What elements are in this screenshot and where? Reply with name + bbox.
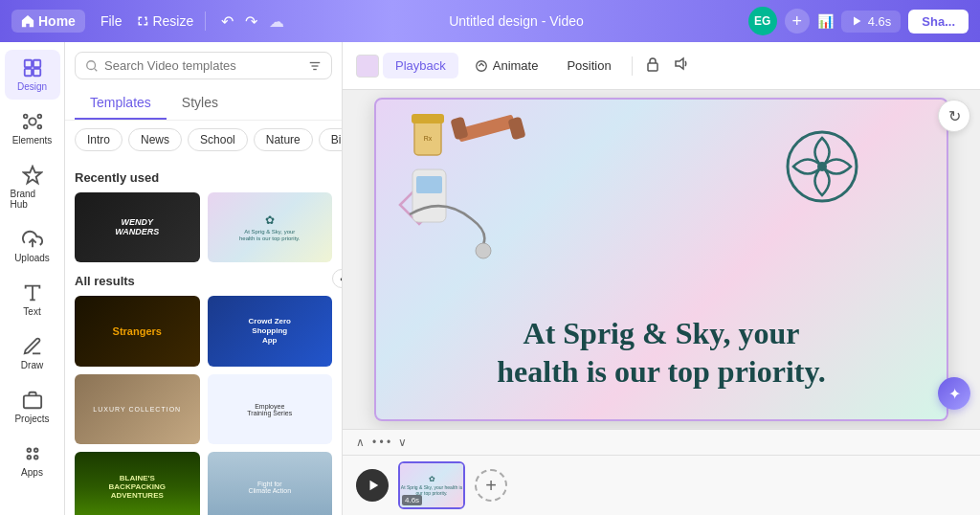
redo-button[interactable]: ↷ <box>241 9 261 34</box>
svg-point-44 <box>476 243 491 258</box>
wendy-play-icon[interactable] <box>78 239 98 258</box>
search-icon <box>85 59 99 73</box>
template-crowd[interactable]: Crowd ZeroShoppingApp <box>208 296 333 366</box>
timeline-add-button[interactable]: + <box>475 469 507 502</box>
pill-birth[interactable]: Birth <box>319 128 342 151</box>
template-luxury[interactable]: LUXURY COLLECTION <box>75 374 200 444</box>
volume-icon-button[interactable] <box>669 52 694 80</box>
timeline-arrow-down[interactable]: ∨ <box>398 436 407 449</box>
animate-icon <box>475 59 488 73</box>
tab-styles[interactable]: Styles <box>167 87 234 120</box>
svg-point-18 <box>33 456 37 459</box>
resize-button[interactable]: Resize <box>137 13 193 29</box>
file-menu[interactable]: File <box>93 10 130 33</box>
sidebar-item-design[interactable]: Design <box>5 50 60 100</box>
sidebar-item-draw[interactable]: Draw <box>5 328 60 378</box>
preview-play-button[interactable]: 4.6s <box>841 11 902 33</box>
crowd-play-icon[interactable] <box>212 344 231 363</box>
pill-school[interactable]: School <box>188 128 248 151</box>
svg-rect-3 <box>24 69 31 76</box>
svg-rect-14 <box>23 395 40 408</box>
template-fight[interactable]: Fight forClimate Action <box>208 452 333 515</box>
lock-icon-button[interactable] <box>640 52 665 80</box>
background-color-swatch[interactable] <box>356 55 379 78</box>
sidebar-item-brand-hub[interactable]: Brand Hub <box>5 157 60 217</box>
template-strangers[interactable]: Strangers <box>75 296 200 366</box>
recently-used-grid: WENDYWANDERS ✿ At Sprig & Sky, yourhealt… <box>75 192 332 262</box>
svg-rect-36 <box>412 114 444 123</box>
luxury-play-icon[interactable] <box>78 421 98 440</box>
sidebar-draw-label: Draw <box>21 360 43 370</box>
filter-pills: Intro News School Nature Birth › <box>65 121 342 159</box>
svg-point-16 <box>33 449 37 453</box>
sidebar-elements-label: Elements <box>12 135 53 146</box>
canvas-headline: At Sprig & Sky, your health is our top p… <box>395 314 927 391</box>
sidebar-design-label: Design <box>17 81 47 92</box>
home-label: Home <box>38 13 76 29</box>
tl-thumb-flower-icon: ✿ <box>429 475 435 483</box>
template-sprig[interactable]: ✿ At Sprig & Sky, yourhealth is our top … <box>208 192 333 262</box>
sidebar-item-projects[interactable]: Projects <box>5 382 60 432</box>
nav-divider <box>205 11 206 31</box>
pill-nature[interactable]: Nature <box>254 128 313 151</box>
svg-marker-30 <box>86 505 92 513</box>
top-nav: Home File Resize ↶ ↷ ☁ Untitled design -… <box>0 0 980 42</box>
sidebar-item-elements[interactable]: Elements <box>5 103 60 153</box>
fight-play-icon[interactable] <box>212 500 231 515</box>
template-wendy[interactable]: WENDYWANDERS <box>75 192 200 262</box>
position-button[interactable]: Position <box>554 53 623 78</box>
position-label: Position <box>567 58 611 73</box>
tab-templates[interactable]: Templates <box>75 87 167 120</box>
employee-play-icon[interactable] <box>212 421 231 440</box>
search-input[interactable] <box>104 58 302 73</box>
svg-point-9 <box>37 125 41 129</box>
analytics-icon[interactable]: 📊 <box>817 13 834 29</box>
svg-rect-43 <box>416 176 442 193</box>
medical-illustration: Rx <box>386 104 596 305</box>
all-results-grid: Strangers Crowd ZeroShoppingApp <box>75 296 332 515</box>
sidebar-text-label: Text <box>23 306 40 317</box>
svg-line-20 <box>95 68 98 71</box>
share-button[interactable]: Sha... <box>908 10 969 34</box>
template-employee[interactable]: EmployeeTraining Series <box>208 374 333 444</box>
undo-button[interactable]: ↶ <box>217 9 237 34</box>
rotate-tool-button[interactable]: ↻ <box>938 100 970 132</box>
canvas-viewport[interactable]: Rx <box>343 90 980 429</box>
timeline-thumbnail[interactable]: ✿ At Sprig & Sky, your health is our top… <box>398 461 465 509</box>
add-collaborator-button[interactable]: + <box>785 9 810 34</box>
sidebar-item-apps[interactable]: Apps <box>5 436 60 485</box>
filter-icon[interactable] <box>308 59 322 73</box>
timeline-arrow-up[interactable]: ∧ <box>356 436 365 449</box>
ai-magic-button[interactable]: ✦ <box>938 377 970 410</box>
pill-news[interactable]: News <box>128 128 182 151</box>
svg-rect-41 <box>507 117 525 141</box>
svg-point-17 <box>27 456 31 459</box>
playback-button[interactable]: Playback <box>383 53 458 78</box>
sidebar-item-text[interactable]: Text <box>5 275 60 325</box>
home-button[interactable]: Home <box>11 10 85 33</box>
user-avatar[interactable]: EG <box>748 7 777 35</box>
svg-marker-34 <box>676 58 683 69</box>
svg-point-5 <box>29 118 35 124</box>
template-backpacking[interactable]: BLAINE'SBACKPACKINGADVENTURES <box>75 452 200 515</box>
svg-point-6 <box>23 115 27 119</box>
svg-rect-33 <box>648 63 657 71</box>
svg-marker-10 <box>23 167 40 183</box>
sprig-bookmark-icon[interactable] <box>309 239 328 258</box>
resize-label: Resize <box>152 13 193 29</box>
tl-duration-label: 4.6s <box>402 495 422 505</box>
nav-right-group: EG + 📊 4.6s Sha... <box>748 7 969 35</box>
backpacking-play-icon[interactable] <box>78 500 98 515</box>
pill-intro[interactable]: Intro <box>75 128 122 151</box>
sprig-play-icon[interactable] <box>212 239 231 258</box>
svg-point-46 <box>817 162 827 171</box>
svg-marker-27 <box>218 349 224 357</box>
svg-point-7 <box>37 115 41 119</box>
timeline-play-button[interactable] <box>356 469 389 502</box>
timeline-controls: ∧ • • • ∨ <box>343 430 980 456</box>
animate-label: Animate <box>493 58 539 73</box>
sidebar-item-uploads[interactable]: Uploads <box>5 221 60 271</box>
strangers-play-icon[interactable] <box>78 344 98 363</box>
animate-button[interactable]: Animate <box>462 53 551 78</box>
svg-rect-2 <box>33 60 39 67</box>
